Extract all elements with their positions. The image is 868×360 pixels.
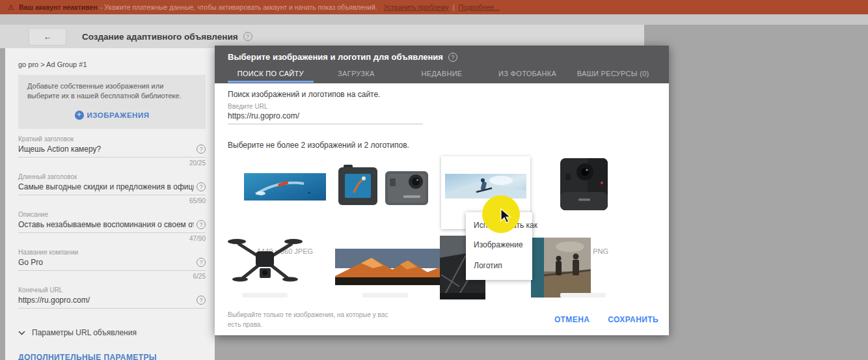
help-icon[interactable]	[197, 220, 206, 229]
field-short-headline: Краткий заголовок Ищешь Action камеру? 2…	[18, 135, 206, 167]
char-counter: 65/90	[18, 197, 206, 204]
learn-more-link[interactable]: Подробнее...	[459, 3, 500, 11]
site-url-input[interactable]: https://ru.gopro.com/	[228, 111, 423, 124]
chevron-down-icon	[18, 331, 25, 335]
final-url-input[interactable]: https://ru.gopro.com/	[18, 296, 206, 309]
menu-item-image[interactable]: Изображение	[466, 234, 532, 255]
char-counter	[18, 311, 206, 318]
faded-caption	[242, 293, 288, 298]
thumbnail-fusion-camera[interactable]	[556, 158, 612, 213]
tab-recent[interactable]: НЕДАВНИЕ	[399, 68, 485, 83]
field-final-url: Конечный URL https://ru.gopro.com/	[18, 286, 206, 318]
dialog-header: Выберите изображения и логотип для объяв…	[215, 46, 669, 83]
snow-action-image	[445, 174, 526, 199]
field-description: Описание Оставь незабываемые воспоминани…	[18, 211, 206, 242]
tab-upload[interactable]: ЗАГРУЗКА	[314, 68, 400, 83]
help-icon[interactable]	[197, 182, 206, 191]
help-icon[interactable]	[197, 296, 206, 305]
plus-icon	[75, 111, 84, 120]
url-params-label: Параметры URL объявления	[32, 328, 137, 337]
help-icon[interactable]	[243, 32, 252, 41]
banner-separator: |	[453, 3, 455, 11]
help-icon[interactable]	[197, 258, 206, 267]
company-name-input[interactable]: Go Pro	[18, 258, 206, 271]
cancel-button[interactable]: ОТМЕНА	[554, 315, 590, 324]
search-heading: Поиск изображений и логотипов на сайте.	[228, 90, 380, 99]
selection-instruction: Выберите не более 2 изображений и 2 лого…	[228, 141, 409, 150]
help-icon[interactable]	[448, 53, 457, 62]
thumbnail-bridge-people[interactable]	[531, 238, 591, 300]
url-input-label: Введите URL	[228, 103, 267, 110]
ad-form-panel: go pro > Ad Group #1 Добавьте собственны…	[5, 48, 215, 360]
mountain-landscape-image	[335, 249, 444, 285]
url-params-toggle[interactable]: Параметры URL объявления	[18, 328, 206, 337]
rights-note: Выбирайте только те изображения, на кото…	[228, 310, 396, 329]
account-warning-banner: Ваш аккаунт неактивен - Укажите платежны…	[0, 0, 868, 14]
field-label: Конечный URL	[18, 286, 206, 294]
save-button[interactable]: СОХРАНИТЬ	[608, 315, 658, 324]
water-action-image	[244, 173, 326, 201]
long-headline-input[interactable]: Самые выгодные скидки и предложения в оф…	[18, 182, 206, 195]
char-counter: 47/90	[18, 235, 206, 242]
field-label: Длинный заголовок	[18, 173, 206, 180]
back-button[interactable]	[29, 28, 66, 46]
char-counter: 6/25	[18, 273, 206, 280]
help-icon[interactable]	[197, 145, 206, 154]
short-headline-input[interactable]: Ищешь Action камеру?	[18, 145, 206, 158]
image-upload-box: Добавьте собственные изображения или выб…	[18, 75, 206, 129]
warning-triangle-icon	[8, 3, 19, 12]
fix-problem-link[interactable]: Устранить проблему	[384, 3, 449, 11]
image-picker-dialog: Выберите изображения и логотип для объяв…	[215, 46, 669, 335]
page-header: Создание адаптивного объявления	[0, 25, 644, 48]
thumbnail-karma-drone[interactable]	[228, 233, 303, 296]
field-label: Название компании	[18, 249, 206, 256]
banner-message: - Укажите платежные данные, чтобы активи…	[100, 3, 377, 11]
karma-drone-image	[228, 233, 303, 293]
tab-stock[interactable]: ИЗ ФОТОБАНКА	[485, 68, 571, 83]
field-company-name: Название компании Go Pro 6/25	[18, 249, 206, 280]
tab-your-assets[interactable]: ВАШИ РЕСУРСЫ (0)	[570, 68, 656, 83]
add-images-button[interactable]: ИЗОБРАЖЕНИЯ	[27, 111, 197, 121]
field-label: Описание	[18, 211, 206, 218]
breadcrumb: go pro > Ad Group #1	[18, 61, 206, 68]
back-arrow-icon	[44, 31, 52, 42]
thumbnail-mountain-landscape[interactable]	[335, 249, 444, 288]
field-long-headline: Длинный заголовок Самые выгодные скидки …	[18, 173, 206, 204]
page-title: Создание адаптивного объявления	[82, 32, 238, 42]
char-counter: 20/25	[18, 159, 206, 167]
dialog-tabs: ПОИСК ПО САЙТУ ЗАГРУЗКА НЕДАВНИЕ ИЗ ФОТО…	[228, 68, 656, 83]
mouse-cursor-icon	[499, 208, 512, 227]
thumbnail-hero-cameras[interactable]	[338, 164, 429, 210]
header-gap-strip	[0, 14, 868, 25]
tab-site-search[interactable]: ПОИСК ПО САЙТУ	[228, 68, 314, 83]
thumbnail-water-action[interactable]	[244, 173, 326, 203]
dialog-body: Поиск изображений и логотипов на сайте. …	[215, 83, 669, 335]
description-input[interactable]: Оставь незабываемые воспоминания о своем…	[18, 220, 206, 233]
add-images-label: ИЗОБРАЖЕНИЯ	[87, 111, 150, 121]
dialog-title: Выберите изображения и логотип для объяв…	[228, 52, 443, 62]
faded-caption	[560, 293, 606, 298]
faded-caption	[362, 293, 408, 298]
hero-cameras-image	[338, 164, 429, 207]
bridge-people-image	[531, 238, 591, 298]
fusion-camera-image	[556, 158, 612, 210]
dialog-actions: ОТМЕНА СОХРАНИТЬ	[554, 315, 658, 324]
field-label: Краткий заголовок	[18, 135, 206, 143]
banner-status-text: Ваш аккаунт неактивен	[19, 3, 98, 11]
menu-item-logo[interactable]: Логотип	[466, 255, 532, 280]
advanced-params-link[interactable]: ДОПОЛНИТЕЛЬНЫЕ ПАРАМЕТРЫ	[18, 353, 206, 360]
upload-box-text: Добавьте собственные изображения или выб…	[27, 82, 182, 100]
